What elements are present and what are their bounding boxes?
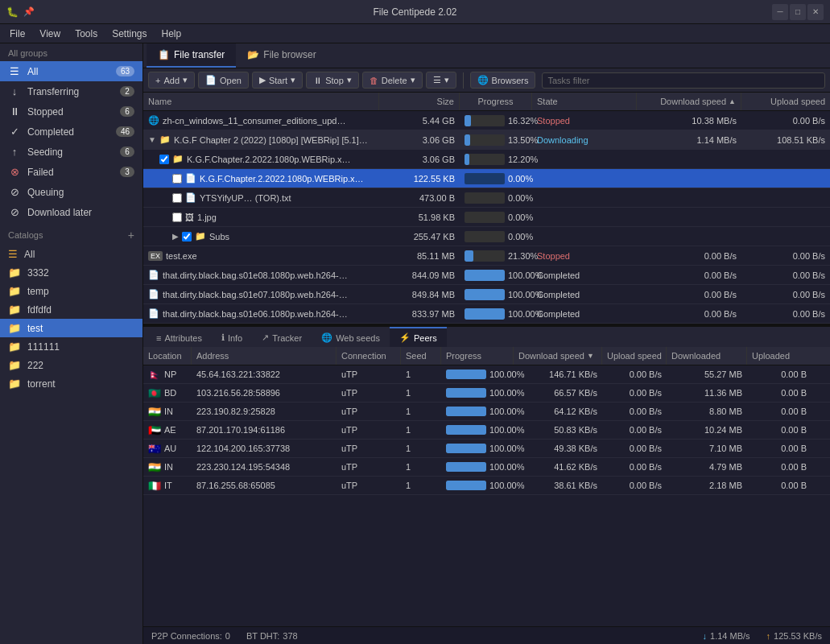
file-ul-speed: 0.00 B/s xyxy=(741,287,830,302)
file-row[interactable]: EX test.exe 85.11 MB 21.30% Stopped 0.00… xyxy=(143,246,830,266)
menu-tools[interactable]: Tools xyxy=(68,27,104,41)
maximize-button[interactable]: □ xyxy=(790,4,806,20)
sidebar-item-transferring[interactable]: ↓ Transferring 2 xyxy=(0,81,142,101)
sidebar-item-stopped[interactable]: ⏸ Stopped 6 xyxy=(0,101,142,122)
browsers-button[interactable]: 🌐 Browsers xyxy=(470,72,536,89)
file-row[interactable]: 🌐 zh-cn_windows_11_consumer_editions_upd… xyxy=(143,111,830,130)
file-progress: 100.00% xyxy=(460,287,532,303)
peer-dl-speed: 66.57 KB/s xyxy=(514,386,602,400)
file-size: 3.06 GB xyxy=(379,133,460,147)
p2p-connections: P2P Connections: 0 xyxy=(151,631,230,641)
file-row[interactable]: 📁 K.G.F.Chapter.2.2022.1080p.WEBRip.x… 3… xyxy=(143,150,830,169)
peer-dl-speed: 49.38 KB/s xyxy=(514,441,602,456)
file-name: 📁 K.G.F.Chapter.2.2022.1080p.WEBRip.x… xyxy=(143,151,379,167)
file-dl-speed xyxy=(637,196,741,200)
stop-button[interactable]: ⏸ Stop ▾ xyxy=(306,72,359,89)
file-state xyxy=(532,196,637,200)
catalog-item-fdfdfd[interactable]: 📁 fdfdfd xyxy=(0,300,142,319)
peer-ul-speed: 0.00 B/s xyxy=(602,404,667,419)
file-checkbox[interactable] xyxy=(182,232,192,242)
th-dl-speed: Download speed ▼ xyxy=(514,347,602,365)
sidebar-item-download-later[interactable]: ⊘ Download later xyxy=(0,202,142,222)
peer-ul-speed: 0.00 B/s xyxy=(602,367,667,382)
catalog-item-222[interactable]: 📁 222 xyxy=(0,356,142,374)
close-button[interactable]: ✕ xyxy=(807,4,824,20)
sidebar-item-seeding[interactable]: ↑ Seeding 6 xyxy=(0,142,142,162)
menu-file[interactable]: File xyxy=(3,27,31,41)
file-row[interactable]: 📄 that.dirty.black.bag.s01e07.1080p.web.… xyxy=(143,285,830,304)
file-checkbox[interactable] xyxy=(172,193,182,203)
peer-row[interactable]: 🇮🇹 IT 87.16.255.68:65085 uTP 1 100.00% 3… xyxy=(143,477,830,495)
peer-connection: uTP xyxy=(337,367,401,382)
peer-uploaded: 0.00 B xyxy=(747,386,811,400)
sidebar-item-queuing[interactable]: ⊘ Queuing xyxy=(0,182,142,202)
peers-table-header: Location Address Connection Seed Progres… xyxy=(143,347,830,365)
toolbar-separator xyxy=(463,72,464,89)
tab-file-transfer[interactable]: 📋 File transfer xyxy=(147,43,236,68)
catalog-item-3332[interactable]: 📁 3332 xyxy=(0,263,142,282)
peer-dl-speed: 38.61 KB/s xyxy=(514,478,602,493)
ul-speed-status: ↑ 125.53 KB/s xyxy=(766,631,822,641)
peer-row[interactable]: 🇦🇪 AE 87.201.170.194:61186 uTP 1 100.00%… xyxy=(143,421,830,440)
menu-settings[interactable]: Settings xyxy=(105,27,153,41)
file-size: 122.55 KB xyxy=(379,171,460,186)
catalog-item-temp[interactable]: 📁 temp xyxy=(0,282,142,300)
peer-row[interactable]: 🇳🇵 NP 45.64.163.221:33822 uTP 1 100.00% … xyxy=(143,365,830,384)
tab-tracker[interactable]: ↗ Tracker xyxy=(252,327,312,347)
file-ul-speed xyxy=(741,234,830,239)
file-state: Completed xyxy=(532,307,637,321)
tab-file-browser[interactable]: 📂 File browser xyxy=(236,43,327,68)
file-row[interactable]: 📄 YTSYifyUP… (TOR).txt 473.00 B 0.00% xyxy=(143,188,830,208)
peer-row[interactable]: 🇧🇩 BD 103.216.56.28:58896 uTP 1 100.00% … xyxy=(143,384,830,402)
progress-bar-bg xyxy=(465,250,505,262)
start-button[interactable]: ▶ Start ▾ xyxy=(252,72,303,89)
speed-indicators: ↓ 1.14 MB/s ↑ 125.53 KB/s xyxy=(703,631,822,641)
catalog-item-torrent[interactable]: 📁 torrent xyxy=(0,374,142,393)
file-progress: 0.00% xyxy=(460,190,532,206)
file-checkbox[interactable] xyxy=(172,174,182,184)
catalog-item-all[interactable]: ☰ All xyxy=(0,245,142,263)
file-row[interactable]: 📄 that.dirty.black.bag.s01e06.1080p.web.… xyxy=(143,304,830,324)
file-row[interactable]: 📄 K.G.F.Chapter.2.2022.1080p.WEBRip.x… 1… xyxy=(143,169,830,188)
minimize-button[interactable]: ─ xyxy=(772,4,788,20)
catalog-item-111111[interactable]: 📁 111111 xyxy=(0,337,142,356)
open-button[interactable]: 📄 Open xyxy=(198,72,249,89)
file-state: Stopped xyxy=(532,249,637,263)
peer-location: 🇳🇵 NP xyxy=(143,366,192,383)
sidebar-item-completed[interactable]: ✓ Completed 46 xyxy=(0,122,142,142)
tab-attributes[interactable]: ≡ Attributes xyxy=(147,327,212,347)
file-size: 51.98 KB xyxy=(379,210,460,225)
file-ul-speed: 0.00 B/s xyxy=(741,114,830,128)
catalog-add-button[interactable]: + xyxy=(128,229,134,242)
peer-row[interactable]: 🇦🇺 AU 122.104.200.165:37738 uTP 1 100.00… xyxy=(143,440,830,458)
sidebar-item-all[interactable]: ☰ All 63 xyxy=(0,61,142,81)
file-checkbox[interactable] xyxy=(159,155,169,164)
menu-help[interactable]: Help xyxy=(155,27,188,41)
sidebar-item-failed[interactable]: ⊗ Failed 3 xyxy=(0,162,142,182)
file-row[interactable]: 📄 that.dirty.black.bag.s01e08.1080p.web.… xyxy=(143,266,830,285)
sidebar: All groups ☰ All 63 ↓ Transferring 2 ⏸ S… xyxy=(0,43,143,644)
peers-scroll[interactable]: 🇳🇵 NP 45.64.163.221:33822 uTP 1 100.00% … xyxy=(143,365,830,626)
tasks-filter-input[interactable] xyxy=(542,72,825,89)
peer-connection: uTP xyxy=(337,460,401,474)
tab-web-seeds[interactable]: 🌐 Web seeds xyxy=(312,327,390,347)
tab-peers[interactable]: ⚡ Peers xyxy=(390,327,447,347)
menu-view[interactable]: View xyxy=(33,27,67,41)
statusbar: P2P Connections: 0 BT DHT: 378 ↓ 1.14 MB… xyxy=(143,626,830,644)
file-row[interactable]: ▼ 📁 K.G.F Chapter 2 (2022) [1080p] [WEBR… xyxy=(143,130,830,150)
dl-sort-icon: ▼ xyxy=(587,352,594,360)
file-row[interactable]: 🖼 1.jpg 51.98 KB 0.00% xyxy=(143,208,830,227)
file-checkbox[interactable] xyxy=(172,213,182,222)
file-size: 833.97 MB xyxy=(379,307,460,321)
sidebar-badge-failed: 3 xyxy=(120,167,134,177)
tab-info[interactable]: ℹ Info xyxy=(212,327,252,347)
delete-button[interactable]: 🗑 Delete ▾ xyxy=(362,72,423,89)
peer-location: 🇮🇳 IN xyxy=(143,459,192,476)
add-button[interactable]: + Add ▾ xyxy=(148,72,195,89)
catalog-item-test[interactable]: 📁 test xyxy=(0,319,142,337)
peer-row[interactable]: 🇮🇳 IN 223.230.124.195:54348 uTP 1 100.00… xyxy=(143,458,830,477)
menu-button[interactable]: ☰ ▾ xyxy=(426,72,456,89)
file-row[interactable]: ▶ 📁 Subs 255.47 KB 0.00% xyxy=(143,227,830,246)
peer-row[interactable]: 🇮🇳 IN 223.190.82.9:25828 uTP 1 100.00% 6… xyxy=(143,402,830,421)
catalog-label-fdfdfd: fdfdfd xyxy=(27,304,52,316)
